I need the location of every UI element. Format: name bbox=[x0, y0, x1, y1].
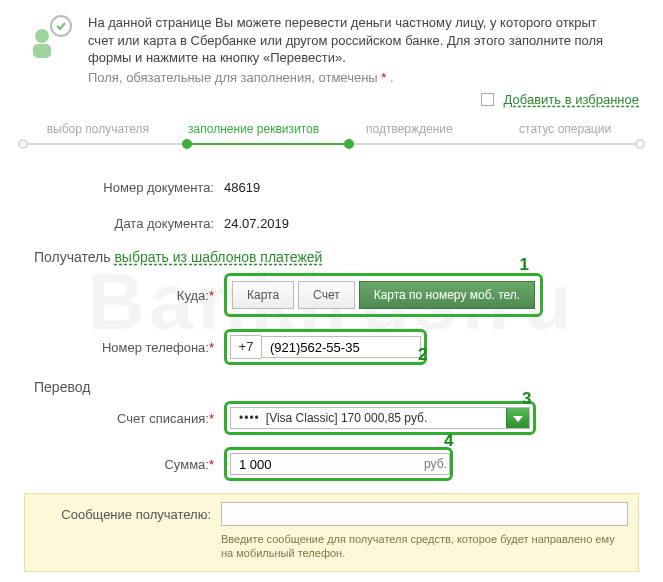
sum-input[interactable] bbox=[230, 453, 450, 475]
svg-rect-2 bbox=[33, 44, 51, 58]
message-label: Сообщение получателю: bbox=[35, 507, 221, 522]
favorite-link[interactable]: Добавить в избранное bbox=[504, 92, 639, 107]
page-header: На данной странице Вы можете перевести д… bbox=[0, 0, 663, 86]
from-mask: •••• bbox=[239, 411, 260, 425]
sum-input-wrap: руб. bbox=[224, 447, 453, 481]
svg-point-1 bbox=[35, 29, 49, 43]
phone-label: Номер телефона: bbox=[102, 340, 209, 355]
step-2: заполнение реквизитов bbox=[176, 121, 332, 142]
message-hint: Введите сообщение для получателя средств… bbox=[221, 532, 628, 561]
dest-mobile-button[interactable]: Карта по номеру моб. тел. bbox=[359, 281, 535, 309]
step-1: выбор получателя bbox=[20, 121, 176, 142]
chevron-down-icon[interactable] bbox=[506, 408, 529, 428]
header-line1: На данной странице Вы можете перевести д… bbox=[88, 14, 603, 32]
phone-prefix: +7 bbox=[230, 335, 261, 359]
required-hint: Поля, обязательные для заполнения, отмеч… bbox=[88, 69, 603, 87]
callout-2: 2 bbox=[418, 345, 427, 365]
header-line3: формы и нажмите на кнопку «Перевести». bbox=[88, 49, 603, 67]
message-block: Сообщение получателю: Введите сообщение … bbox=[24, 493, 639, 572]
doc-number-value: 48619 bbox=[224, 180, 260, 195]
step-3: подтверждение bbox=[332, 121, 488, 142]
callout-1: 1 bbox=[520, 255, 529, 275]
callout-4: 4 bbox=[444, 431, 453, 451]
doc-date-value: 24.07.2019 bbox=[224, 216, 289, 231]
message-input[interactable] bbox=[221, 502, 628, 526]
templates-link[interactable]: выбрать из шаблонов платежей bbox=[114, 249, 322, 265]
from-account-select[interactable]: •••• [Visa Classic] 170 000,85 руб. bbox=[230, 407, 530, 429]
step-4: статус операции bbox=[487, 121, 643, 142]
from-value: [Visa Classic] 170 000,85 руб. bbox=[266, 411, 427, 425]
phone-input[interactable] bbox=[261, 336, 421, 358]
from-select-wrap: •••• [Visa Classic] 170 000,85 руб. bbox=[224, 401, 536, 435]
transfer-section: Перевод bbox=[34, 379, 90, 395]
phone-input-wrap: +7 bbox=[224, 329, 427, 365]
progress-stepper: выбор получателя заполнение реквизитов п… bbox=[20, 121, 643, 151]
from-label: Счет списания: bbox=[117, 411, 209, 426]
doc-number-label: Номер документа: bbox=[24, 180, 224, 195]
destination-segment: Карта Счет Карта по номеру моб. тел. bbox=[224, 273, 543, 317]
svg-point-0 bbox=[51, 16, 71, 36]
recipient-section: Получатель bbox=[34, 249, 111, 265]
doc-date-label: Дата документа: bbox=[24, 216, 224, 231]
callout-3: 3 bbox=[522, 389, 531, 409]
where-label: Куда: bbox=[177, 288, 209, 303]
sum-label: Сумма: bbox=[164, 457, 208, 472]
dest-card-button[interactable]: Карта bbox=[232, 281, 294, 309]
favorite-checkbox[interactable] bbox=[481, 93, 494, 106]
dest-account-button[interactable]: Счет bbox=[298, 281, 355, 309]
header-line2: счет или карта в Сбербанке или другом ро… bbox=[88, 32, 603, 50]
person-icon bbox=[24, 14, 74, 64]
